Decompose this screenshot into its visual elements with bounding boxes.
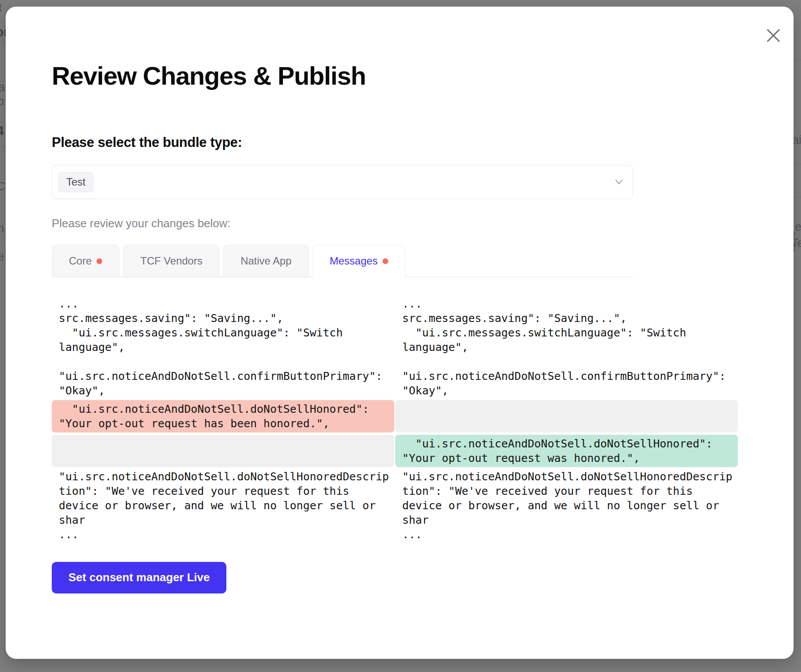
diff-added-line: "ui.src.noticeAndDoNotSell.doNotSellHono… — [395, 435, 738, 467]
backdrop-divider — [0, 122, 6, 122]
tab-tcf-vendors[interactable]: TCF Vendors — [123, 245, 219, 277]
diff-removed-line: "ui.src.noticeAndDoNotSell.doNotSellHono… — [52, 400, 394, 433]
diff-context-bottom: "ui.src.noticeAndDoNotSell.doNotSellHono… — [52, 469, 394, 542]
close-button[interactable] — [762, 24, 785, 47]
backdrop-fragment: e — [0, 251, 4, 263]
review-prompt: Please review your changes below: — [52, 217, 747, 230]
diff-view: ... src.messages.saving": "Saving...", "… — [52, 297, 738, 542]
backdrop-divider — [0, 41, 6, 42]
backdrop-divider — [793, 197, 801, 197]
backdrop-fragment: p — [0, 96, 4, 107]
publish-button[interactable]: Set consent manager Live — [52, 562, 226, 593]
diff-after-column: ... src.messages.saving": "Saving...", "… — [395, 297, 738, 542]
tab-native-app[interactable]: Native App — [223, 245, 308, 277]
tab-core-label: Core — [69, 255, 92, 267]
chevron-down-icon — [613, 176, 625, 188]
screen: t or at p 4 C h e ai e t t Te Review Cha… — [0, 0, 801, 672]
core-changes-dot — [97, 258, 102, 264]
backdrop-divider — [0, 147, 6, 147]
selected-bundle-chip: Test — [58, 172, 93, 192]
backdrop-fragment: C — [0, 181, 5, 193]
modal-title: Review Changes & Publish — [52, 61, 747, 91]
backdrop-fragment: t — [0, 2, 2, 14]
tab-native-app-label: Native App — [240, 255, 291, 267]
diff-empty-placeholder — [52, 435, 394, 467]
close-icon — [766, 28, 781, 43]
tab-core[interactable]: Core — [52, 245, 119, 277]
tab-tcf-vendors-label: TCF Vendors — [140, 255, 202, 267]
bundle-type-heading: Please select the bundle type: — [52, 135, 747, 150]
diff-context-bottom: "ui.src.noticeAndDoNotSell.doNotSellHono… — [395, 469, 738, 542]
diff-empty-placeholder — [395, 400, 738, 433]
diff-context-top: ... src.messages.saving": "Saving...", "… — [52, 297, 394, 398]
diff-context-top: ... src.messages.saving": "Saving...", "… — [395, 297, 738, 398]
backdrop-divider — [794, 60, 801, 60]
backdrop-fragment: 4 — [0, 124, 4, 137]
diff-tabs: Core TCF Vendors Native App Messages — [52, 245, 633, 277]
diff-before-column: ... src.messages.saving": "Saving...", "… — [52, 297, 394, 542]
review-publish-modal: Review Changes & Publish Please select t… — [6, 7, 794, 659]
messages-changes-dot — [383, 258, 388, 264]
tab-messages-label: Messages — [330, 255, 378, 267]
tab-messages[interactable]: Messages — [313, 245, 405, 277]
backdrop-fragment: h — [0, 223, 4, 235]
backdrop-fragment: ai — [792, 134, 801, 146]
backdrop-divider — [793, 164, 801, 164]
bundle-type-select[interactable]: Test — [52, 165, 633, 199]
